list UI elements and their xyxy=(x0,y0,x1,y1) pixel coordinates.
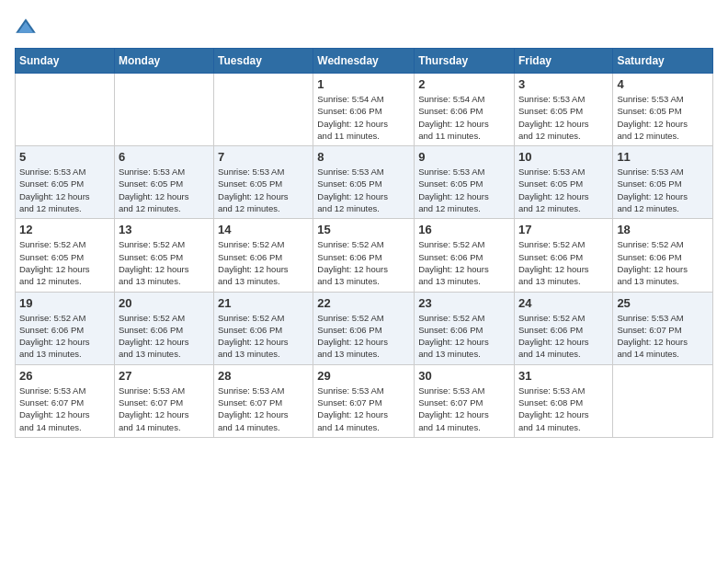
calendar-day-cell: 12Sunrise: 5:52 AM Sunset: 6:05 PM Dayli… xyxy=(16,219,115,292)
calendar-day-cell: 18Sunrise: 5:52 AM Sunset: 6:06 PM Dayli… xyxy=(613,219,713,292)
calendar-day-cell: 19Sunrise: 5:52 AM Sunset: 6:06 PM Dayli… xyxy=(16,292,115,364)
day-number: 2 xyxy=(418,77,510,91)
day-info: Sunrise: 5:53 AM Sunset: 6:05 PM Dayligh… xyxy=(418,166,510,214)
calendar-day-cell: 20Sunrise: 5:52 AM Sunset: 6:06 PM Dayli… xyxy=(114,292,213,364)
day-info: Sunrise: 5:52 AM Sunset: 6:06 PM Dayligh… xyxy=(218,312,309,361)
calendar-day-cell: 7Sunrise: 5:53 AM Sunset: 6:05 PM Daylig… xyxy=(214,146,313,219)
calendar-day-cell: 26Sunrise: 5:53 AM Sunset: 6:07 PM Dayli… xyxy=(16,364,115,437)
day-info: Sunrise: 5:52 AM Sunset: 6:06 PM Dayligh… xyxy=(218,238,309,287)
day-info: Sunrise: 5:53 AM Sunset: 6:05 PM Dayligh… xyxy=(19,166,110,214)
day-info: Sunrise: 5:53 AM Sunset: 6:07 PM Dayligh… xyxy=(317,385,410,433)
calendar-day-cell: 25Sunrise: 5:53 AM Sunset: 6:07 PM Dayli… xyxy=(613,292,713,364)
day-number: 5 xyxy=(19,150,110,164)
calendar-week-row: 12Sunrise: 5:52 AM Sunset: 6:05 PM Dayli… xyxy=(16,219,713,292)
day-info: Sunrise: 5:52 AM Sunset: 6:06 PM Dayligh… xyxy=(418,312,510,361)
calendar-day-cell: 21Sunrise: 5:52 AM Sunset: 6:06 PM Dayli… xyxy=(214,292,313,364)
day-number: 25 xyxy=(617,296,709,310)
calendar-day-cell: 8Sunrise: 5:53 AM Sunset: 6:05 PM Daylig… xyxy=(313,146,415,219)
calendar-week-row: 1Sunrise: 5:54 AM Sunset: 6:06 PM Daylig… xyxy=(16,74,713,146)
calendar-day-cell xyxy=(214,74,313,146)
calendar-day-cell: 5Sunrise: 5:53 AM Sunset: 6:05 PM Daylig… xyxy=(16,146,115,219)
day-info: Sunrise: 5:53 AM Sunset: 6:05 PM Dayligh… xyxy=(617,93,709,142)
calendar-day-cell: 11Sunrise: 5:53 AM Sunset: 6:05 PM Dayli… xyxy=(613,146,713,219)
day-number: 23 xyxy=(418,296,510,310)
day-info: Sunrise: 5:52 AM Sunset: 6:06 PM Dayligh… xyxy=(518,238,609,287)
day-number: 9 xyxy=(418,150,510,164)
calendar-header-friday: Friday xyxy=(514,49,612,74)
day-info: Sunrise: 5:52 AM Sunset: 6:06 PM Dayligh… xyxy=(317,238,410,287)
logo-icon xyxy=(15,15,37,37)
day-number: 10 xyxy=(518,150,609,164)
calendar-day-cell: 24Sunrise: 5:52 AM Sunset: 6:06 PM Dayli… xyxy=(514,292,612,364)
calendar-day-cell: 29Sunrise: 5:53 AM Sunset: 6:07 PM Dayli… xyxy=(313,364,415,437)
day-info: Sunrise: 5:53 AM Sunset: 6:07 PM Dayligh… xyxy=(119,385,210,433)
day-info: Sunrise: 5:52 AM Sunset: 6:05 PM Dayligh… xyxy=(119,238,210,287)
day-info: Sunrise: 5:54 AM Sunset: 6:06 PM Dayligh… xyxy=(317,93,410,142)
day-number: 4 xyxy=(617,77,709,91)
day-info: Sunrise: 5:53 AM Sunset: 6:05 PM Dayligh… xyxy=(617,166,709,214)
day-info: Sunrise: 5:53 AM Sunset: 6:07 PM Dayligh… xyxy=(617,312,709,361)
day-number: 16 xyxy=(418,223,510,236)
calendar-header-thursday: Thursday xyxy=(415,49,515,74)
day-info: Sunrise: 5:54 AM Sunset: 6:06 PM Dayligh… xyxy=(418,93,510,142)
calendar-header-tuesday: Tuesday xyxy=(214,49,313,74)
calendar-header-saturday: Saturday xyxy=(613,49,713,74)
day-info: Sunrise: 5:53 AM Sunset: 6:07 PM Dayligh… xyxy=(218,385,309,433)
day-info: Sunrise: 5:53 AM Sunset: 6:07 PM Dayligh… xyxy=(418,385,510,433)
day-number: 30 xyxy=(418,369,510,383)
day-number: 8 xyxy=(317,150,410,164)
day-number: 15 xyxy=(317,223,410,236)
calendar-day-cell: 3Sunrise: 5:53 AM Sunset: 6:05 PM Daylig… xyxy=(514,74,612,146)
day-number: 20 xyxy=(119,296,210,310)
calendar-day-cell: 10Sunrise: 5:53 AM Sunset: 6:05 PM Dayli… xyxy=(514,146,612,219)
calendar-header-row: SundayMondayTuesdayWednesdayThursdayFrid… xyxy=(16,49,713,74)
calendar-day-cell: 15Sunrise: 5:52 AM Sunset: 6:06 PM Dayli… xyxy=(313,219,415,292)
day-info: Sunrise: 5:52 AM Sunset: 6:06 PM Dayligh… xyxy=(518,312,609,361)
day-number: 17 xyxy=(518,223,609,236)
day-info: Sunrise: 5:53 AM Sunset: 6:05 PM Dayligh… xyxy=(518,93,609,142)
calendar-day-cell xyxy=(613,364,713,437)
calendar-day-cell: 31Sunrise: 5:53 AM Sunset: 6:08 PM Dayli… xyxy=(514,364,612,437)
day-info: Sunrise: 5:52 AM Sunset: 6:05 PM Dayligh… xyxy=(19,238,110,287)
logo xyxy=(15,15,40,37)
calendar-day-cell: 28Sunrise: 5:53 AM Sunset: 6:07 PM Dayli… xyxy=(214,364,313,437)
day-number: 22 xyxy=(317,296,410,310)
day-number: 27 xyxy=(119,369,210,383)
calendar-week-row: 19Sunrise: 5:52 AM Sunset: 6:06 PM Dayli… xyxy=(16,292,713,364)
day-info: Sunrise: 5:53 AM Sunset: 6:07 PM Dayligh… xyxy=(19,385,110,433)
calendar-day-cell: 16Sunrise: 5:52 AM Sunset: 6:06 PM Dayli… xyxy=(415,219,515,292)
day-number: 29 xyxy=(317,369,410,383)
calendar-day-cell: 1Sunrise: 5:54 AM Sunset: 6:06 PM Daylig… xyxy=(313,74,415,146)
calendar-day-cell: 14Sunrise: 5:52 AM Sunset: 6:06 PM Dayli… xyxy=(214,219,313,292)
day-number: 31 xyxy=(518,369,609,383)
page-header xyxy=(15,15,713,37)
calendar-day-cell: 30Sunrise: 5:53 AM Sunset: 6:07 PM Dayli… xyxy=(415,364,515,437)
calendar-day-cell: 22Sunrise: 5:52 AM Sunset: 6:06 PM Dayli… xyxy=(313,292,415,364)
calendar-header-monday: Monday xyxy=(114,49,213,74)
calendar-day-cell: 6Sunrise: 5:53 AM Sunset: 6:05 PM Daylig… xyxy=(114,146,213,219)
day-number: 18 xyxy=(617,223,709,236)
calendar-day-cell xyxy=(16,74,115,146)
calendar-header-wednesday: Wednesday xyxy=(313,49,415,74)
day-info: Sunrise: 5:52 AM Sunset: 6:06 PM Dayligh… xyxy=(119,312,210,361)
day-number: 12 xyxy=(19,223,110,236)
day-number: 19 xyxy=(19,296,110,310)
calendar-week-row: 26Sunrise: 5:53 AM Sunset: 6:07 PM Dayli… xyxy=(16,364,713,437)
day-info: Sunrise: 5:52 AM Sunset: 6:06 PM Dayligh… xyxy=(19,312,110,361)
calendar-day-cell: 2Sunrise: 5:54 AM Sunset: 6:06 PM Daylig… xyxy=(415,74,515,146)
calendar-day-cell: 17Sunrise: 5:52 AM Sunset: 6:06 PM Dayli… xyxy=(514,219,612,292)
day-info: Sunrise: 5:53 AM Sunset: 6:05 PM Dayligh… xyxy=(119,166,210,214)
day-number: 13 xyxy=(119,223,210,236)
day-number: 7 xyxy=(218,150,309,164)
day-info: Sunrise: 5:52 AM Sunset: 6:06 PM Dayligh… xyxy=(617,238,709,287)
calendar-table: SundayMondayTuesdayWednesdayThursdayFrid… xyxy=(15,48,713,438)
day-number: 3 xyxy=(518,77,609,91)
day-number: 11 xyxy=(617,150,709,164)
day-info: Sunrise: 5:52 AM Sunset: 6:06 PM Dayligh… xyxy=(317,312,410,361)
day-info: Sunrise: 5:53 AM Sunset: 6:05 PM Dayligh… xyxy=(218,166,309,214)
calendar-day-cell: 13Sunrise: 5:52 AM Sunset: 6:05 PM Dayli… xyxy=(114,219,213,292)
day-info: Sunrise: 5:53 AM Sunset: 6:08 PM Dayligh… xyxy=(518,385,609,433)
day-number: 14 xyxy=(218,223,309,236)
calendar-day-cell: 23Sunrise: 5:52 AM Sunset: 6:06 PM Dayli… xyxy=(415,292,515,364)
calendar-day-cell: 27Sunrise: 5:53 AM Sunset: 6:07 PM Dayli… xyxy=(114,364,213,437)
